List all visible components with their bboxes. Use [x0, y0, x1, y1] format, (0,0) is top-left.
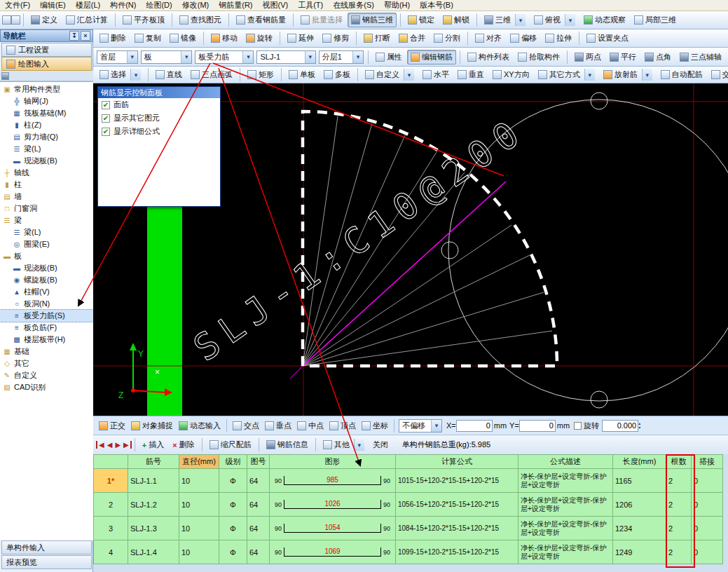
x-coord-input[interactable] — [456, 420, 493, 432]
splice-cell[interactable]: 0 — [692, 469, 723, 493]
menu-modify[interactable]: 修改(M) — [177, 0, 214, 11]
offset-button[interactable]: 偏移 — [507, 31, 540, 46]
next-row-button[interactable]: ▶ — [114, 441, 122, 449]
other-method-button[interactable]: 其它方式▾ — [535, 67, 598, 83]
length-cell[interactable]: 1234 — [613, 517, 666, 540]
row-selector[interactable]: 2 — [94, 493, 128, 517]
point-angle-button[interactable]: 点角 — [641, 50, 675, 64]
element-name-select[interactable]: SLJ-1▾ — [256, 50, 315, 64]
rebar-3d-button[interactable]: 钢筋三维 — [348, 13, 397, 27]
other-button[interactable]: 其他▾ — [320, 437, 368, 453]
orbit-button[interactable]: 动态观察 — [580, 13, 629, 27]
menu-rebar-qty[interactable]: 钢筋量(R) — [214, 0, 257, 11]
diameter-cell[interactable]: 10 — [179, 493, 219, 517]
tree-item-column[interactable]: ▮柱(Z) — [0, 119, 93, 131]
two-point-button[interactable]: 两点 — [571, 50, 605, 64]
insert-row-button[interactable]: +插入 — [139, 437, 167, 452]
lock-button[interactable]: 锁定 — [404, 13, 438, 27]
element-list-button[interactable]: 构件列表 — [464, 50, 513, 64]
rotate-checkbox[interactable] — [574, 422, 582, 430]
shape-cell[interactable]: 90106990 — [270, 540, 396, 564]
figure-no-cell[interactable]: 64 — [247, 493, 270, 517]
splice-cell[interactable]: 0 — [692, 540, 723, 564]
copy-button[interactable]: 复制 — [131, 31, 165, 46]
tab-draw-input[interactable]: 绘图输入 — [1, 57, 92, 71]
length-cell[interactable]: 1249 — [613, 540, 666, 564]
menu-version[interactable]: 版本号(B) — [415, 0, 458, 11]
rebar-display-panel-title[interactable]: 钢筋显示控制面板 — [98, 87, 220, 98]
grade-cell[interactable]: Φ — [219, 493, 247, 517]
formula-cell[interactable]: 1056-15+120-2*15-15+120-2*15 — [396, 493, 518, 517]
mirror-button[interactable]: 镜像 — [166, 31, 200, 46]
pick-element-button[interactable]: 拾取构件 — [514, 50, 563, 64]
tree-item-cast-slab2[interactable]: ▬现浇板(B) — [0, 262, 93, 274]
rebar-id-cell[interactable]: SLJ-1.2 — [128, 493, 179, 517]
count-cell[interactable]: 2 — [666, 493, 692, 517]
menu-element[interactable]: 构件(N) — [105, 0, 141, 11]
define-button[interactable]: 定义 — [27, 13, 61, 27]
shape-cell[interactable]: 90102690 — [270, 493, 396, 517]
tree-item-cast-slab[interactable]: ▬现浇板(B) — [0, 155, 93, 167]
checkbox-top-rebar[interactable]: ✔面筋 — [98, 98, 220, 111]
line-button[interactable]: 直线 — [152, 67, 186, 82]
snap-vertex-button[interactable]: 顶点 — [327, 419, 358, 433]
tree-item-opening-group[interactable]: □门窗洞 — [0, 203, 93, 214]
tree-item-column-cap[interactable]: ▲柱帽(V) — [0, 286, 93, 298]
tree-item-custom-group[interactable]: ✎自定义 — [0, 369, 93, 381]
tree-item-slab-group[interactable]: ▬板 — [0, 250, 93, 262]
auto-rebar-button[interactable]: 自动配筋 — [657, 67, 706, 82]
split-button[interactable]: 分割 — [430, 31, 464, 46]
align-button[interactable]: 对齐 — [472, 31, 505, 46]
snap-intersection-button[interactable]: 交点 — [231, 419, 261, 433]
row-selector[interactable]: 4 — [94, 540, 128, 564]
close-icon[interactable]: × — [81, 31, 90, 41]
align-slab-top-button[interactable]: 平齐板顶 — [119, 13, 168, 27]
count-cell[interactable]: 2 — [666, 469, 692, 493]
scale-rebar-button[interactable]: 缩尺配筋 — [206, 437, 255, 452]
diameter-cell[interactable]: 10 — [179, 540, 219, 564]
floor-select[interactable]: 首层▾ — [97, 50, 138, 64]
report-preview-button[interactable]: 报表预览 — [1, 555, 92, 569]
rebar-id-cell[interactable]: SLJ-1.4 — [128, 540, 179, 564]
view-3d-button[interactable]: 三维▾ — [481, 12, 529, 28]
tab-project-settings[interactable]: 工程设置 — [1, 43, 92, 57]
move-button[interactable]: 移动 — [207, 31, 241, 46]
dynamic-input-toggle[interactable]: 动态输入 — [177, 419, 223, 433]
tree-item-wall-group[interactable]: ▤墙 — [0, 191, 93, 203]
tree-item-beam-l[interactable]: ☰梁(L) — [0, 226, 93, 238]
trim-button[interactable]: 修剪 — [319, 31, 352, 46]
unlock-button[interactable]: 解锁 — [439, 13, 473, 27]
select-button[interactable]: 选择▾ — [96, 67, 144, 83]
rebar-info-button[interactable]: 钢筋信息 — [263, 437, 312, 452]
break-button[interactable]: 打断 — [360, 31, 394, 46]
diameter-cell[interactable]: 10 — [179, 469, 219, 493]
close-panel-button[interactable]: 关闭 — [369, 437, 392, 452]
top-view-button[interactable]: 俯视▾ — [530, 12, 579, 28]
figure-no-cell[interactable]: 64 — [247, 469, 270, 493]
xy-direction-button[interactable]: XY方向 — [489, 67, 533, 82]
splice-cell[interactable]: 0 — [692, 493, 723, 517]
menu-floor[interactable]: 楼层(L) — [71, 0, 105, 11]
menu-view[interactable]: 视图(V) — [258, 0, 294, 11]
diameter-cell[interactable]: 10 — [179, 517, 219, 540]
tree-item-other-group[interactable]: ◇其它 — [0, 358, 93, 369]
checkbox-show-detailed-formula[interactable]: ✔显示详细公式 — [98, 125, 220, 138]
checkbox-show-other-elements[interactable]: ✔显示其它图元 — [98, 111, 220, 125]
properties-button[interactable]: 属性 — [372, 50, 406, 64]
menu-help[interactable]: 帮助(H) — [379, 0, 415, 11]
menu-draw[interactable]: 绘图(D) — [141, 0, 177, 11]
tree-item-cad-import[interactable]: ▧CAD识别 — [0, 381, 93, 393]
snap-perpendicular-button[interactable]: 垂点 — [263, 419, 294, 433]
menu-edit[interactable]: 编辑(E) — [35, 0, 71, 11]
save-icon[interactable] — [11, 15, 20, 25]
batch-select-button[interactable]: 批量选择 — [297, 13, 346, 27]
coordinate-button[interactable]: 坐标 — [359, 419, 390, 433]
find-element-button[interactable]: 查找图元 — [176, 13, 225, 27]
cad-canvas[interactable]: SLJ-1:C10@200 Y × Z 钢筋显示控制面板 ✔面筋 ✔显示其它图元… — [93, 83, 728, 416]
pin-icon[interactable]: ↧ — [69, 31, 79, 41]
arc-3pt-button[interactable]: 三点画弧 — [187, 67, 236, 82]
multi-slab-button[interactable]: 多板 — [320, 67, 354, 82]
grade-cell[interactable]: Φ — [219, 517, 247, 540]
rebar-id-cell[interactable]: SLJ-1.3 — [128, 517, 179, 540]
vertical-button[interactable]: 垂直 — [454, 67, 488, 82]
